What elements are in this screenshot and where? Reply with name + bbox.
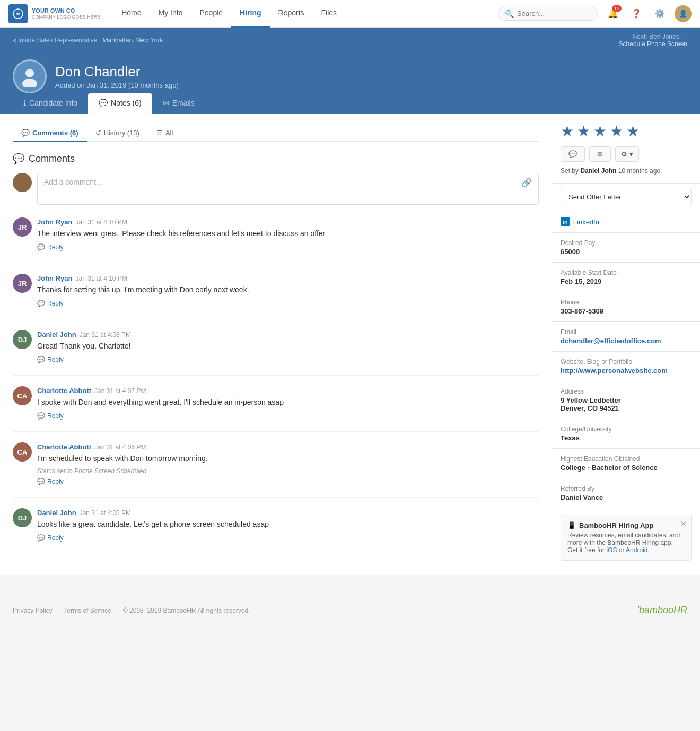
comment-date-0: Jan 31 at 4:10 PM — [75, 219, 127, 226]
comment-input-area: Add a comment... 🔗 — [13, 173, 539, 205]
logo-text: YOUR OWN CO COMPANY LOGO GOES HERE — [32, 7, 100, 20]
linkedin-label: LinkedIn — [573, 218, 599, 226]
get-free-text: Get it free for — [567, 546, 605, 554]
education-value: College - Bachelor of Science — [561, 464, 692, 472]
comment-item: JR John RyanJan 31 at 4:10 PM Thanks for… — [13, 274, 539, 319]
desired-pay-section: Desired Pay 65000 — [552, 233, 700, 263]
comment-item: JR John RyanJan 31 at 4:10 PM The interv… — [13, 217, 539, 263]
website-link[interactable]: http://www.personalwebsite.com — [561, 367, 668, 375]
breadcrumb-location: Manhattan, New York — [102, 37, 163, 44]
comment-text-4: I'm scheduled to speak with Don tomorrow… — [37, 453, 539, 464]
comment-text-3: I spoke with Don and everything went gre… — [37, 397, 539, 408]
nav-hiring[interactable]: Hiring — [231, 0, 269, 28]
footer-sep2: · — [116, 607, 118, 614]
comment-author-4[interactable]: Charlotte Abbott — [37, 443, 91, 451]
ios-link[interactable]: iOS — [606, 546, 617, 554]
top-nav: YOUR OWN CO COMPANY LOGO GOES HERE Home … — [0, 0, 700, 28]
sub-tab-comments[interactable]: 💬 Comments (6) — [13, 125, 87, 142]
status-select[interactable]: Send Offer Letter Phone Screen Interview… — [561, 189, 692, 205]
comment-avatar-2: DJ — [13, 330, 32, 349]
breadcrumb-job-link[interactable]: Inside Sales Representative — [18, 37, 97, 44]
search-input[interactable] — [517, 10, 591, 18]
tab-candidate-info[interactable]: ℹ Candidate Info — [13, 93, 88, 114]
privacy-link[interactable]: Privacy Policy — [13, 607, 52, 614]
star-4[interactable]: ★ — [610, 123, 623, 140]
tab-notes[interactable]: 💬 Notes (6) — [88, 93, 152, 114]
comments-title-text: Comments — [29, 153, 75, 164]
referred-by-value: Daniel Vance — [561, 493, 692, 501]
reply-button-3[interactable]: 💬 Reply — [37, 411, 64, 421]
star-rating: ★ ★ ★ ★ ★ — [561, 123, 692, 140]
star-5[interactable]: ★ — [626, 123, 640, 140]
nav-people[interactable]: People — [191, 0, 231, 28]
help-button[interactable]: ❓ — [628, 5, 645, 22]
notes-tab-icon: 💬 — [99, 99, 108, 107]
rate-gear-button[interactable]: ⚙ ▾ — [615, 146, 639, 162]
comment-date-2: Jan 31 at 4:08 PM — [80, 331, 131, 338]
phone-promo-icon: 📱 — [567, 521, 576, 529]
next-candidate-link[interactable]: Next: Ben Jones → — [633, 33, 687, 40]
comment-body-0: John RyanJan 31 at 4:10 PM The interview… — [37, 217, 539, 252]
link-icon[interactable]: 🔗 — [521, 178, 532, 188]
app-promo-title: 📱 BambooHR Hiring App — [567, 521, 685, 529]
settings-button[interactable]: ⚙️ — [651, 5, 668, 22]
sub-tab-history[interactable]: ↺ History (13) — [87, 125, 148, 142]
reply-button-0[interactable]: 💬 Reply — [37, 242, 64, 252]
comment-item: CA Charlotte AbbottJan 31 at 4:06 PM I'm… — [13, 442, 539, 498]
email-label: Email — [561, 328, 692, 336]
reply-button-2[interactable]: 💬 Reply — [37, 355, 64, 364]
tab-emails[interactable]: ✉ Emails — [152, 93, 205, 114]
comment-body-3: Charlotte AbbottJan 31 at 4:07 PM I spok… — [37, 386, 539, 421]
breadcrumb-bar: « Inside Sales Representative · Manhatta… — [0, 28, 700, 53]
rate-comment-button[interactable]: 💬 — [561, 146, 585, 162]
education-label: Highest Education Obtained — [561, 455, 692, 463]
email-link[interactable]: dchandler@efficientoffice.com — [561, 337, 661, 345]
star-2[interactable]: ★ — [577, 123, 590, 140]
comment-author-3[interactable]: Charlotte Abbott — [37, 387, 91, 395]
app-promo-close[interactable]: ✕ — [680, 519, 687, 528]
star-3[interactable]: ★ — [593, 123, 607, 140]
terms-link[interactable]: Terms of Service — [64, 607, 111, 614]
logo-icon — [8, 4, 28, 23]
address-line1: 9 Yellow Ledbetter — [561, 396, 692, 404]
star-1[interactable]: ★ — [561, 123, 574, 140]
reply-icon-1: 💬 — [37, 300, 45, 307]
linkedin-link[interactable]: in LinkedIn — [561, 217, 692, 226]
footer-sep1: · — [57, 607, 59, 614]
search-bar[interactable]: 🔍 — [498, 7, 598, 21]
comment-author-0[interactable]: John Ryan — [37, 218, 72, 226]
rate-email-button[interactable]: ✉ — [589, 146, 611, 162]
user-avatar[interactable]: 👤 — [675, 5, 692, 22]
nav-files[interactable]: Files — [313, 0, 346, 28]
rating-actions: 💬 ✉ ⚙ ▾ — [561, 146, 692, 162]
right-panel: ★ ★ ★ ★ ★ 💬 ✉ ⚙ ▾ Set by Daniel John — [552, 114, 700, 575]
nav-home[interactable]: Home — [113, 0, 150, 28]
education-section: Highest Education Obtained College - Bac… — [552, 449, 700, 478]
website-label: Website, Blog or Portfolio — [561, 358, 692, 366]
notifications-button[interactable]: 🔔 15 — [605, 5, 622, 22]
gear-dropdown-icon: ⚙ ▾ — [621, 150, 633, 158]
reply-button-4[interactable]: 💬 Reply — [37, 477, 64, 486]
search-icon: 🔍 — [505, 10, 514, 18]
comment-input-box[interactable]: Add a comment... 🔗 — [37, 173, 539, 205]
info-tab-label: Candidate Info — [29, 99, 77, 107]
comment-item: DJ Daniel JohnJan 31 at 4:08 PM Great! T… — [13, 330, 539, 376]
or-text: or — [619, 546, 626, 554]
nav-myinfo[interactable]: My Info — [150, 0, 191, 28]
reply-button-5[interactable]: 💬 Reply — [37, 533, 64, 543]
svg-point-2 — [22, 79, 37, 87]
comment-author-5[interactable]: Daniel John — [37, 509, 76, 517]
comments-title-icon: 💬 — [13, 153, 24, 164]
nav-reports[interactable]: Reports — [270, 0, 313, 28]
reply-icon-3: 💬 — [37, 412, 45, 420]
android-link[interactable]: Android — [626, 546, 648, 554]
status-row: Send Offer Letter Phone Screen Interview… — [552, 184, 700, 211]
comment-author-1[interactable]: John Ryan — [37, 274, 72, 282]
phone-section: Phone 303-867-5309 — [552, 292, 700, 322]
reply-button-1[interactable]: 💬 Reply — [37, 299, 64, 308]
comment-author-2[interactable]: Daniel John — [37, 330, 76, 338]
app-promo: ✕ 📱 BambooHR Hiring App Review resumes, … — [561, 515, 692, 561]
comment-body-5: Daniel JohnJan 31 at 4:05 PM Looks like … — [37, 508, 539, 543]
sub-tab-all[interactable]: ☰ All — [148, 125, 181, 142]
logo-area: YOUR OWN CO COMPANY LOGO GOES HERE — [8, 4, 100, 23]
